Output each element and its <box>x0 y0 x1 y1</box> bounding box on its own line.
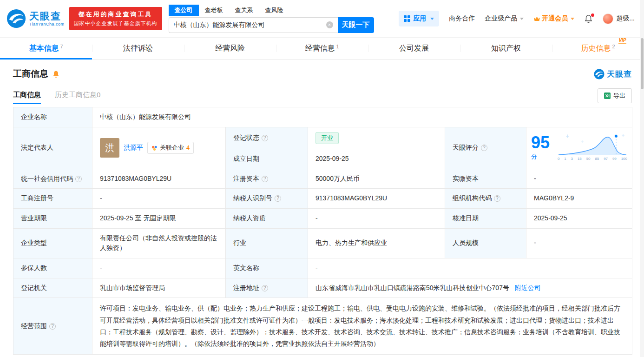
tab-badge: 7 <box>60 44 63 49</box>
label-company-name: 企业名称 <box>13 107 92 127</box>
user-menu[interactable]: 超级... <box>603 13 635 24</box>
tab-intellectual-property[interactable]: 知识产权 <box>460 38 552 59</box>
help-icon[interactable] <box>494 195 500 202</box>
tab-operation-risk[interactable]: 经营风险 <box>184 38 276 59</box>
logo-title: 天眼查 <box>29 11 65 21</box>
subtab-row: 工商信息 历史工商信息0 导出 <box>0 80 644 106</box>
help-icon[interactable] <box>262 176 268 182</box>
status-badge: 开业 <box>315 132 339 144</box>
tab-badge: 2 <box>612 44 615 49</box>
subtab-history-business-info[interactable]: 历史工商信息0 <box>55 91 100 104</box>
help-icon[interactable] <box>49 323 56 330</box>
value-paid-capital: - <box>526 169 632 189</box>
value-establish-date: 2025-09-25 <box>308 149 445 169</box>
nearby-companies-link[interactable]: 附近公司 <box>515 284 541 291</box>
label-registered-capital: 注册资本 <box>226 169 308 189</box>
axis-tick: 50 <box>586 156 591 162</box>
company-section-tabs: 基本信息7 法律诉讼 经营风险 经营信息1 公司发展 知识产权 历史信息2 VI… <box>0 37 644 60</box>
chevron-down-icon <box>520 18 524 20</box>
section-title: 工商信息 <box>13 68 60 80</box>
label-registration-number: 工商注册号 <box>13 189 92 209</box>
subtab-business-info[interactable]: 工商信息 <box>13 91 41 104</box>
tianyancha-logo[interactable]: 天眼查 TianYanCha.com <box>7 9 65 28</box>
related-companies-button[interactable]: 关联企业 4 <box>147 142 194 154</box>
search-tab-boss[interactable]: 查老板 <box>199 5 229 16</box>
label-tianyan-score: 天眼评分 <box>445 127 526 169</box>
tab-history-info[interactable]: 历史信息2 VIP <box>552 38 644 59</box>
tab-company-development[interactable]: 公司发展 <box>368 38 460 59</box>
label-text: 统一社会信用代码 <box>21 175 73 182</box>
help-icon[interactable] <box>75 176 82 182</box>
label-text: 实缴资本 <box>453 175 479 182</box>
label-text: 企业类型 <box>21 239 47 246</box>
label-text: 组织机构代码 <box>453 194 492 202</box>
table-row: 企业名称 中核（山东）能源发展有限公司 <box>13 107 632 127</box>
help-icon[interactable] <box>262 285 268 291</box>
label-text: 成立日期 <box>233 155 259 162</box>
help-icon[interactable] <box>275 195 281 202</box>
table-row: 经营范围 许可项目：发电业务、输电业务、供（配）电业务；热力生产和供应；建设工程… <box>13 298 632 355</box>
apps-menu-button[interactable]: 应用 <box>399 11 439 26</box>
axis-tick: 100 <box>621 156 627 162</box>
table-row: 统一社会信用代码 91371083MAG0BYL29U 注册资本 50000万人… <box>13 169 632 189</box>
table-row: 登记机关 乳山市市场监督管理局 注册地址 山东省威海市乳山市乳山口镇疏港路南50… <box>13 278 632 298</box>
search-button[interactable]: 天眼一下 <box>338 17 374 33</box>
label-registration-status: 登记状态 <box>226 127 308 149</box>
avatar <box>603 13 613 24</box>
business-info-table: 企业名称 中核（山东）能源发展有限公司 法定代表人 洪 洪源平 关联企业 <box>13 107 632 355</box>
value-legal-representative: 洪 洪源平 关联企业 4 <box>92 127 226 169</box>
tab-label: 知识产权 <box>491 44 521 53</box>
table-row: 营业期限 2025-09-25 至 无固定期限 纳税人资质 - 核准日期 202… <box>13 208 632 228</box>
label-establish-date: 成立日期 <box>226 149 308 169</box>
help-icon[interactable] <box>262 135 268 141</box>
search-input[interactable] <box>174 21 326 29</box>
label-text: 法定代表人 <box>21 144 53 151</box>
score-axis: 0 1 3 15 50 85 97 99 100 <box>558 156 627 162</box>
label-text: 英文名称 <box>233 264 259 271</box>
label-text: 核准日期 <box>453 214 479 222</box>
table-row: 法定代表人 洪 洪源平 关联企业 4 <box>13 127 632 149</box>
nav-open-vip[interactable]: 开通会员 <box>533 14 574 23</box>
subscribe-bell-icon[interactable] <box>52 70 60 78</box>
brand-slogan: 都在用的商业查询工具 国家中小企业发展子基金旗下机构 <box>69 7 162 30</box>
legal-rep-avatar[interactable]: 洪 <box>100 138 119 158</box>
clear-search-icon[interactable] <box>326 21 333 28</box>
label-insured-count: 参保人数 <box>13 258 92 278</box>
label-org-code: 组织机构代码 <box>445 189 526 209</box>
value-org-code: MAG0BYL2-9 <box>526 189 632 209</box>
search-tab-company[interactable]: 查公司 <box>169 5 199 16</box>
label-registered-address: 注册地址 <box>226 278 308 298</box>
label-staff-size: 人员规模 <box>445 228 526 258</box>
top-nav: 应用 商务合作 企业级产品 开通会员 超级... <box>399 11 635 26</box>
scrollbar-thumb[interactable] <box>641 38 644 89</box>
export-button[interactable]: 导出 <box>598 88 632 103</box>
search-tab-risk[interactable]: 查风险 <box>259 5 289 16</box>
legal-rep-name-link[interactable]: 洪源平 <box>124 143 143 153</box>
value-staff-size: - <box>526 228 632 258</box>
tianyancha-logo-icon <box>594 69 605 79</box>
logo-domain: TianYanCha.com <box>29 22 65 26</box>
label-text: 纳税人识别号 <box>233 194 272 202</box>
value-taxpayer-quality: - <box>308 208 445 228</box>
label-text: 注册地址 <box>233 284 259 291</box>
axis-tick: 1 <box>564 156 566 162</box>
tab-basic-info[interactable]: 基本信息7 <box>0 38 92 59</box>
search-tab-relation[interactable]: 查关系 <box>229 5 259 16</box>
notifications-bell[interactable] <box>584 14 593 23</box>
tab-label: 公司发展 <box>399 44 429 53</box>
value-business-term: 2025-09-25 至 无固定期限 <box>92 208 226 228</box>
watermark-text: 天眼查 <box>607 69 632 79</box>
grid-icon <box>404 15 410 22</box>
help-icon[interactable] <box>481 145 487 151</box>
value-credit-code: 91371083MAG0BYL29U <box>92 169 226 189</box>
table-row: 企业类型 有限责任公司（非自然人投资或控股的法人独资） 行业 电力、热力生产和供… <box>13 228 632 258</box>
label-paid-capital: 实缴资本 <box>445 169 526 189</box>
open-vip-label: 开通会员 <box>542 14 568 23</box>
scrollbar-track[interactable] <box>640 0 644 357</box>
value-registration-authority: 乳山市市场监督管理局 <box>92 278 226 298</box>
label-text: 纳税人资质 <box>233 214 266 222</box>
tab-operation-info[interactable]: 经营信息1 <box>276 38 368 59</box>
tab-legal-proceedings[interactable]: 法律诉讼 <box>92 38 184 59</box>
nav-business-cooperation[interactable]: 商务合作 <box>449 14 475 23</box>
nav-enterprise-products[interactable]: 企业级产品 <box>485 14 524 23</box>
